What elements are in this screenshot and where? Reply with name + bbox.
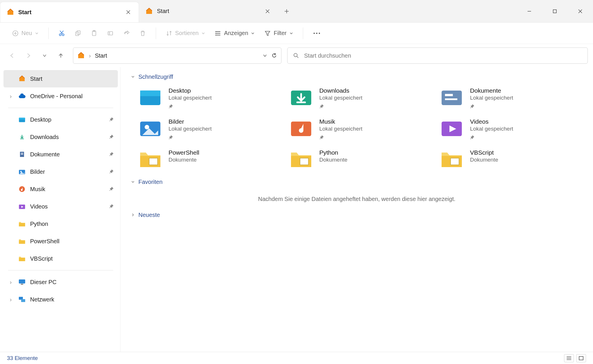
item-subtitle: Lokal gespeichert (470, 95, 513, 101)
address-bar[interactable]: › Start (73, 47, 281, 64)
chevron-right-icon[interactable]: › (8, 279, 14, 286)
videos-icon (18, 202, 26, 211)
downloads-icon (18, 133, 26, 141)
cloud-icon (18, 92, 26, 100)
pin-icon (319, 103, 363, 110)
sidebar-item-folder[interactable]: VBScript (3, 250, 118, 267)
quick-item-powershell[interactable]: PowerShell Dokumente (138, 149, 281, 168)
breadcrumb-location[interactable]: Start (95, 52, 107, 59)
chevron-down-icon (290, 32, 293, 35)
sidebar-item-videos[interactable]: Videos (3, 198, 118, 215)
pictures-icon (138, 118, 162, 137)
search-input[interactable] (304, 52, 582, 59)
pin-icon (470, 134, 513, 141)
share-button[interactable] (120, 26, 133, 41)
pin-icon (109, 169, 114, 175)
tab-close-button[interactable] (262, 6, 273, 17)
chevron-right-icon[interactable]: › (8, 296, 14, 303)
tab-start-inactive[interactable]: Start (139, 0, 278, 22)
cut-button[interactable] (55, 26, 68, 41)
section-quick-access[interactable]: Schnellzugriff (129, 71, 585, 82)
item-title: Desktop (169, 87, 212, 94)
folder-icon (18, 255, 26, 263)
sidebar-item-pictures[interactable]: Bilder (3, 163, 118, 180)
section-favorites[interactable]: Favoriten (129, 176, 585, 187)
svg-point-21 (215, 33, 216, 34)
copy-button[interactable] (71, 26, 85, 41)
rename-button[interactable] (104, 26, 117, 41)
music-icon (289, 118, 313, 137)
item-title: VBScript (470, 149, 498, 156)
quick-item-videos[interactable]: Videos Lokal gespeichert (440, 118, 582, 141)
item-title: Videos (470, 118, 513, 125)
quick-item-bilder[interactable]: Bilder Lokal gespeichert (138, 118, 281, 141)
home-icon (18, 75, 26, 83)
quick-item-downloads[interactable]: Downloads Lokal gespeichert (289, 87, 431, 110)
svg-point-23 (314, 32, 315, 34)
address-dropdown-button[interactable] (263, 49, 267, 63)
sidebar-item-folder[interactable]: PowerShell (3, 233, 118, 250)
sidebar-item-documents[interactable]: Dokumente (3, 146, 118, 163)
filter-button[interactable]: Filter (261, 26, 296, 41)
item-subtitle: Dokumente (470, 157, 498, 163)
sidebar-item-downloads[interactable]: Downloads (3, 128, 118, 146)
item-subtitle: Dokumente (319, 157, 347, 163)
svg-point-20 (215, 31, 216, 32)
home-icon (77, 52, 85, 59)
refresh-button[interactable] (271, 49, 277, 63)
pin-icon (109, 151, 114, 158)
maximize-button[interactable] (542, 0, 568, 22)
svg-point-26 (294, 53, 297, 57)
quick-item-python[interactable]: Python Dokumente (289, 149, 431, 168)
sort-button[interactable]: Sortieren (162, 26, 208, 41)
item-title: Downloads (319, 87, 363, 94)
item-title: Bilder (169, 118, 212, 125)
chevron-down-icon (35, 32, 39, 35)
close-window-button[interactable] (568, 0, 593, 22)
minimize-button[interactable] (517, 0, 542, 22)
new-tab-button[interactable] (278, 0, 295, 22)
nav-up-button[interactable] (54, 49, 68, 63)
downloads-icon (289, 87, 313, 106)
quick-item-desktop[interactable]: Desktop Lokal gespeichert (138, 87, 281, 110)
pin-icon (169, 103, 212, 110)
quick-item-dokumente[interactable]: Dokumente Lokal gespeichert (440, 87, 582, 110)
svg-rect-34 (21, 299, 25, 302)
music-icon (18, 185, 26, 193)
pin-icon (109, 116, 114, 123)
documents-icon (18, 150, 26, 158)
sidebar-item-folder[interactable]: Python (3, 215, 118, 233)
quick-item-musik[interactable]: Musik Lokal gespeichert (289, 118, 431, 141)
quick-item-vbscript[interactable]: VBScript Dokumente (440, 149, 582, 168)
tab-close-button[interactable] (123, 7, 133, 17)
nav-recent-button[interactable] (38, 49, 52, 63)
tiles-view-button[interactable] (576, 354, 586, 362)
nav-forward-button[interactable] (21, 49, 35, 63)
search-box[interactable] (287, 47, 588, 64)
tab-start-active[interactable]: Start (0, 2, 139, 22)
details-view-button[interactable] (564, 354, 574, 362)
svg-rect-29 (21, 154, 23, 155)
home-icon (145, 8, 153, 15)
status-bar: 33 Elemente (0, 352, 593, 364)
sidebar-item-network[interactable]: › Netzwerk (3, 291, 118, 308)
item-title: Python (319, 149, 347, 156)
sidebar-item-music[interactable]: Musik (3, 180, 118, 198)
sidebar-item-home[interactable]: Start (3, 70, 118, 87)
chevron-down-icon (202, 32, 205, 35)
nav-back-button[interactable] (5, 49, 19, 63)
sidebar-item-desktop[interactable]: Desktop (3, 111, 118, 128)
pictures-icon (18, 168, 26, 176)
svg-point-24 (316, 32, 317, 34)
sidebar-item-this-pc[interactable]: › Dieser PC (3, 273, 118, 291)
more-button[interactable] (310, 26, 324, 41)
new-button[interactable]: Neu (9, 26, 42, 41)
view-button[interactable]: Anzeigen (211, 26, 258, 41)
window-controls (517, 0, 593, 22)
delete-button[interactable] (136, 26, 149, 41)
desktop-icon (138, 87, 162, 106)
section-recent[interactable]: Neueste (129, 209, 585, 220)
chevron-right-icon[interactable]: › (8, 93, 14, 100)
sidebar-item-onedrive[interactable]: › OneDrive - Personal (3, 87, 118, 105)
paste-button[interactable] (87, 26, 101, 41)
